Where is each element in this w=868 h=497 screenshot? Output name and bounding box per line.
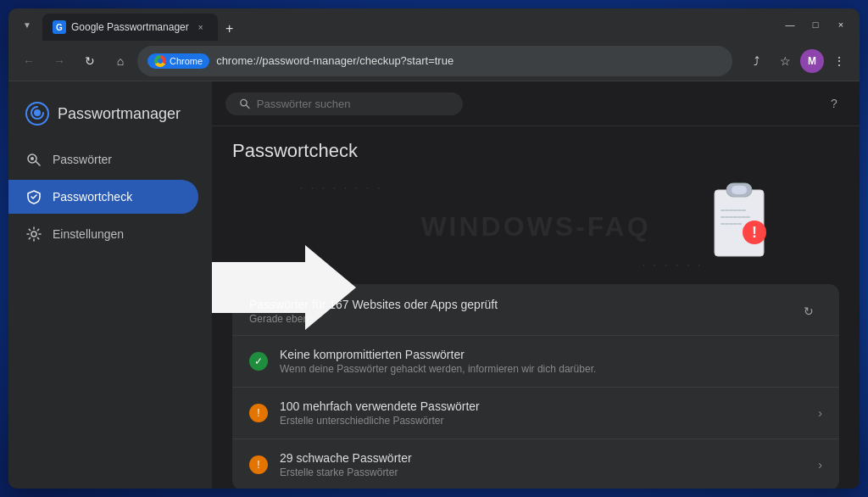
browser-window: ▼ G Google Passwortmanager × + — □ × ← xyxy=(8,8,860,489)
check-item-compromised-text: Keine kompromittierten Passwörter Wenn d… xyxy=(280,348,822,375)
back-btn[interactable]: ← xyxy=(15,47,42,75)
sidebar-logo: Passwortmanager xyxy=(8,95,212,139)
chevron-right-weak-icon: › xyxy=(818,458,822,472)
check-item-reused-text: 100 mehrfach verwendete Passwörter Erste… xyxy=(280,399,806,427)
check-item-compromised[interactable]: ✓ Keine kompromittierten Passwörter Wenn… xyxy=(232,336,839,388)
check-card: Passwörter für 167 Websites oder Apps ge… xyxy=(232,284,839,489)
gpm-logo-icon xyxy=(25,102,49,126)
main-panel: ? Passwortcheck Windows-FAQ xyxy=(212,81,860,489)
status-icon-reused-symbol: ! xyxy=(257,407,259,419)
bookmark-btn[interactable]: ☆ xyxy=(771,47,798,75)
svg-point-8 xyxy=(241,99,247,105)
svg-text:G: G xyxy=(56,23,63,32)
check-header-sub: Gerade eben xyxy=(249,313,498,325)
passwords-icon xyxy=(25,151,42,168)
sidebar-title: Passwortmanager xyxy=(58,105,181,123)
svg-point-3 xyxy=(34,109,41,116)
url-display: chrome://password-manager/checkup?start=… xyxy=(216,54,453,67)
check-item-weak-text: 29 schwache Passwörter Erstelle starke P… xyxy=(280,451,806,478)
status-icon-compromised: ✓ xyxy=(249,352,268,371)
chrome-label: Chrome xyxy=(170,56,203,66)
chevron-right-reused-icon: › xyxy=(818,406,822,420)
svg-text:!: ! xyxy=(752,224,757,241)
tab-close-btn[interactable]: × xyxy=(194,20,208,34)
deco-dots-bottom: • • • • • • xyxy=(643,261,704,269)
share-btn[interactable]: ⤴ xyxy=(743,47,770,75)
tab-strip: G Google Passwortmanager × + xyxy=(42,8,775,41)
check-item-weak[interactable]: ! 29 schwache Passwörter Erstelle starke… xyxy=(232,439,839,489)
clipboard-illustration: ! xyxy=(708,180,771,264)
checkup-icon xyxy=(25,188,42,205)
help-btn[interactable]: ? xyxy=(822,92,846,115)
settings-icon xyxy=(25,226,42,243)
forward-btn[interactable]: → xyxy=(46,47,73,75)
check-header-info: Passwörter für 167 Websites oder Apps ge… xyxy=(249,298,498,325)
profile-btn[interactable]: M xyxy=(800,49,824,73)
dropdown-arrow-btn[interactable]: ▼ xyxy=(15,13,39,36)
sidebar: Passwortmanager Passwörter xyxy=(8,81,212,489)
chrome-logo-icon xyxy=(154,55,166,67)
check-item-reused-sub: Erstelle unterschiedliche Passwörter xyxy=(280,415,806,427)
toolbar: ← → ↻ ⌂ Chrome chrome://password-manager… xyxy=(8,41,860,81)
check-item-compromised-sub: Wenn deine Passwörter gehackt werden, in… xyxy=(280,363,822,375)
browser-content: Passwortmanager Passwörter xyxy=(8,81,860,489)
search-icon xyxy=(239,98,250,109)
svg-line-9 xyxy=(247,105,249,108)
check-item-reused-title: 100 mehrfach verwendete Passwörter xyxy=(280,399,806,413)
check-header-title: Passwörter für 167 Websites oder Apps ge… xyxy=(249,298,498,311)
status-icon-reused: ! xyxy=(249,404,268,422)
sidebar-item-settings[interactable]: Einstellungen xyxy=(8,217,198,251)
menu-btn[interactable]: ⋮ xyxy=(826,47,853,75)
sidebar-item-passwords-label: Passwörter xyxy=(53,153,112,166)
status-icon-compromised-symbol: ✓ xyxy=(254,355,263,367)
sidebar-item-checkup-label: Passwortcheck xyxy=(53,190,132,204)
sidebar-item-passwords[interactable]: Passwörter xyxy=(8,142,198,176)
close-btn[interactable]: × xyxy=(829,13,853,36)
svg-point-6 xyxy=(31,157,34,160)
tab-title: Google Passwortmanager xyxy=(71,21,189,33)
refresh-btn[interactable]: ↻ xyxy=(76,47,103,75)
search-input[interactable] xyxy=(257,98,449,110)
address-bar[interactable]: Chrome chrome://password-manager/checkup… xyxy=(137,46,732,76)
status-icon-weak-symbol: ! xyxy=(257,459,259,471)
sidebar-item-settings-label: Einstellungen xyxy=(53,227,124,241)
svg-rect-13 xyxy=(732,186,747,194)
tab-favicon: G xyxy=(53,20,66,34)
title-bar: ▼ G Google Passwortmanager × + — □ × xyxy=(8,8,860,41)
check-item-weak-title: 29 schwache Passwörter xyxy=(280,451,806,465)
check-item-compromised-title: Keine kompromittierten Passwörter xyxy=(280,348,822,361)
svg-line-5 xyxy=(36,161,40,165)
search-input-wrap[interactable] xyxy=(225,92,463,115)
active-tab[interactable]: G Google Passwortmanager × xyxy=(42,14,218,41)
home-btn[interactable]: ⌂ xyxy=(107,47,134,75)
new-tab-btn[interactable]: + xyxy=(218,17,242,41)
chrome-badge: Chrome xyxy=(147,53,209,69)
check-item-reused[interactable]: ! 100 mehrfach verwendete Passwörter Ers… xyxy=(232,388,839,439)
minimize-btn[interactable]: — xyxy=(778,13,802,36)
status-icon-weak: ! xyxy=(249,455,268,474)
check-refresh-btn[interactable]: ↻ xyxy=(795,298,822,325)
watermark-area: Windows-FAQ xyxy=(232,176,839,277)
deco-dots-top: • • • • • • • • xyxy=(300,184,383,192)
watermark-text: Windows-FAQ xyxy=(420,211,650,243)
check-item-weak-sub: Erstelle starke Passwörter xyxy=(280,466,806,478)
check-card-header: Passwörter für 167 Websites oder Apps ge… xyxy=(232,284,839,336)
search-bar-area: ? xyxy=(212,81,860,126)
content-area: Passwortcheck Windows-FAQ xyxy=(212,126,860,489)
maximize-btn[interactable]: □ xyxy=(804,13,827,36)
window-controls: — □ × xyxy=(778,13,853,36)
chrome-logo-inner xyxy=(158,59,163,64)
sidebar-item-checkup[interactable]: Passwortcheck xyxy=(8,180,198,214)
svg-point-7 xyxy=(31,232,36,237)
toolbar-actions: ⤴ ☆ M ⋮ xyxy=(743,47,853,75)
page-title: Passwortcheck xyxy=(232,140,839,162)
